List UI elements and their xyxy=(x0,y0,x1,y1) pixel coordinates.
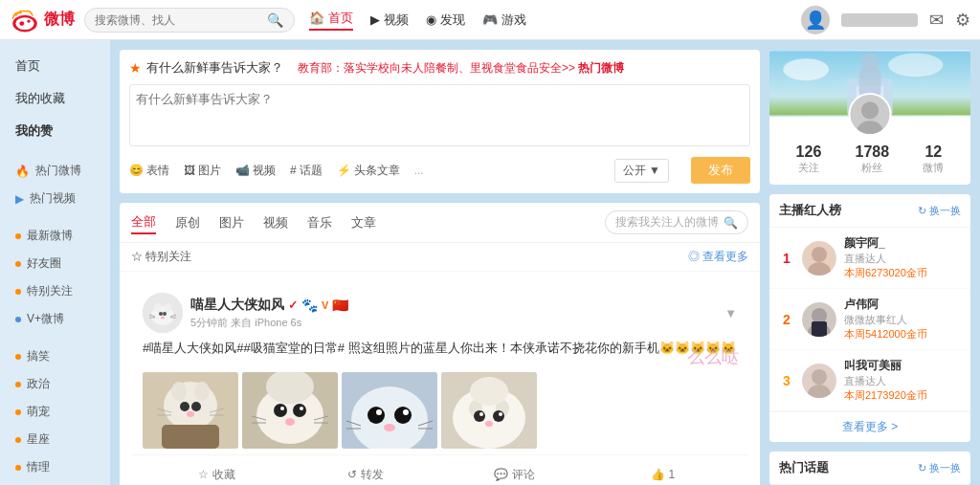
nav-link-home[interactable]: 🏠 首页 xyxy=(309,10,353,31)
sidebar-item-home[interactable]: 首页 xyxy=(0,50,110,82)
svg-point-32 xyxy=(300,407,303,410)
sidebar-item-pets[interactable]: 萌宠 xyxy=(0,398,110,426)
svg-point-45 xyxy=(384,424,395,431)
tab-original[interactable]: 原创 xyxy=(175,212,200,233)
post-action-comment[interactable]: 💬 评论 xyxy=(440,463,589,485)
hot-weibo-icon: 🔥 xyxy=(15,165,30,178)
sidebar-item-likes[interactable]: 我的赞 xyxy=(0,115,110,147)
topic-button[interactable]: # 话题 xyxy=(290,163,323,179)
svg-point-18 xyxy=(194,382,210,401)
stat-following[interactable]: 126 关注 xyxy=(796,143,822,175)
post-expand-icon[interactable]: ▼ xyxy=(724,306,737,320)
host-item-1[interactable]: 1 颜宇阿_ 直播达人 本周6273020金币 xyxy=(769,228,970,289)
profile-avatar[interactable] xyxy=(849,93,892,136)
feed-search-placeholder: 搜索我关注人的微博 xyxy=(615,214,719,231)
mail-icon[interactable]: ✉ xyxy=(929,10,944,31)
post-image-1[interactable] xyxy=(143,372,238,449)
host-info-3: 叫我可美丽 直播达人 本周2173920金币 xyxy=(844,358,961,403)
tab-images[interactable]: 图片 xyxy=(219,212,244,233)
sidebar-item-favorites[interactable]: 我的收藏 xyxy=(0,82,110,115)
post-action-favorite[interactable]: ☆ 收藏 xyxy=(143,463,291,485)
emoji-button[interactable]: 😊 表情 xyxy=(129,163,169,179)
user-avatar[interactable]: 👤 xyxy=(801,6,830,34)
post-textarea[interactable] xyxy=(129,84,750,146)
tab-video[interactable]: 视频 xyxy=(263,212,288,233)
see-more-link[interactable]: ◎ 查看更多 xyxy=(688,249,748,265)
settings-icon[interactable]: ⚙ xyxy=(955,10,970,31)
hot-topics-refresh[interactable]: ↻ 换一换 xyxy=(918,461,961,475)
tab-music[interactable]: 音乐 xyxy=(307,212,332,233)
svg-point-10 xyxy=(161,317,165,320)
image-button[interactable]: 🖼 图片 xyxy=(184,163,221,179)
vip-icon: V xyxy=(322,299,328,311)
host-info-1: 颜宇阿_ 直播达人 本周6273020金币 xyxy=(844,235,961,280)
stat-weibos[interactable]: 12 微博 xyxy=(923,143,944,175)
image-icon: 🖼 xyxy=(184,164,195,177)
stat-followers[interactable]: 1788 粉丝 xyxy=(856,143,890,175)
post-image-2[interactable] xyxy=(242,372,338,449)
post-action-repost[interactable]: ↺ 转发 xyxy=(291,463,439,485)
tab-all[interactable]: 全部 xyxy=(131,211,156,234)
hot-news-link[interactable]: 教育部：落实学校向未人陪餐制、里视食堂食品安全>> 热门微博 xyxy=(298,60,624,77)
post-box-header: ★ 有什么新鲜事告诉大家？ 教育部：落实学校向未人陪餐制、里视食堂食品安全>> … xyxy=(129,59,750,77)
privacy-selector[interactable]: 公开 ▼ xyxy=(614,159,669,183)
hot-topics-card: 热门话题 ↻ 换一换 xyxy=(769,452,970,485)
headline-button[interactable]: ⚡ 头条文章 xyxy=(337,163,400,179)
post-author-name[interactable]: 喵星人大侠如风 ✓ 🐾 V 🇨🇳 xyxy=(190,297,717,314)
post-content: #喵星人大侠如风##吸猫室堂的日常# 照这组照片的蓝星人你出来！本侠承诺不挠花你… xyxy=(131,339,748,366)
verified-icon: ✓ xyxy=(288,298,298,312)
discover-icon: ◉ xyxy=(426,12,436,27)
svg-point-9 xyxy=(163,312,167,316)
host-avatar-3 xyxy=(802,364,836,398)
sidebar-item-hot-weibo[interactable]: 🔥 热门微博 xyxy=(0,157,110,185)
sidebar-item-politics[interactable]: 政治 xyxy=(0,370,110,398)
more-button[interactable]: ... xyxy=(414,164,424,177)
dot-icon xyxy=(15,409,21,415)
host-name-1: 颜宇阿_ xyxy=(844,235,961,252)
post-image-3[interactable] xyxy=(342,372,437,449)
sidebar-item-constellation[interactable]: 星座 xyxy=(0,426,110,453)
content-area: ★ 有什么新鲜事告诉大家？ 教育部：落实学校向未人陪餐制、里视食堂食品安全>> … xyxy=(110,40,769,485)
video-button[interactable]: 📹 视频 xyxy=(235,163,276,179)
host-item-3[interactable]: 3 叫我可美丽 直播达人 本周2173920金币 xyxy=(769,350,970,411)
post-submit-button[interactable]: 发布 xyxy=(691,157,750,184)
host-title-1: 直播达人 xyxy=(844,252,961,266)
svg-point-71 xyxy=(812,247,827,262)
svg-point-2 xyxy=(19,21,24,26)
following-count: 126 xyxy=(796,143,822,161)
tab-article[interactable]: 文章 xyxy=(351,212,376,233)
dot-icon xyxy=(15,437,21,443)
feed-tabs-bar: 全部 原创 图片 视频 音乐 文章 搜索我关注人的微博 🔍 xyxy=(120,203,760,243)
feed-search[interactable]: 搜索我关注人的微博 🔍 xyxy=(605,210,748,234)
host-rank-1: 1 xyxy=(779,251,794,266)
see-more-hosts-button[interactable]: 查看更多 > xyxy=(769,411,970,442)
hot-video-icon: ▶ xyxy=(15,192,24,206)
sidebar-item-hot-video[interactable]: ▶ 热门视频 xyxy=(0,185,110,212)
post-author-avatar[interactable] xyxy=(143,293,183,333)
host-item-2[interactable]: 2 卢伟阿 微微故事红人 本周5412000金币 xyxy=(769,289,970,350)
host-name-2: 卢伟阿 xyxy=(844,297,961,313)
cat-image-svg-3 xyxy=(342,372,437,449)
nav-link-video[interactable]: ▶ 视频 xyxy=(370,11,409,29)
dot-icon xyxy=(15,465,21,471)
nav-link-games[interactable]: 🎮 游戏 xyxy=(482,11,526,29)
sidebar-item-friends[interactable]: 好友圈 xyxy=(0,250,110,277)
sidebar-expand-button[interactable]: 展开 ▼ xyxy=(0,481,110,485)
search-input[interactable] xyxy=(95,13,267,27)
sidebar-item-special-follow[interactable]: 特别关注 xyxy=(0,277,110,305)
sidebar-item-funny[interactable]: 搞笑 xyxy=(0,342,110,370)
logo[interactable]: 微博 xyxy=(10,7,75,33)
svg-point-7 xyxy=(164,303,171,313)
post-image-4[interactable] xyxy=(441,372,537,449)
post-action-like[interactable]: 👍 1 xyxy=(589,464,737,485)
host-coins-3: 本周2173920金币 xyxy=(844,388,961,403)
nav-link-discover[interactable]: ◉ 发现 xyxy=(426,11,465,29)
sidebar-item-emotion[interactable]: 情理 xyxy=(0,453,110,481)
sidebar-item-vplus[interactable]: V+微博 xyxy=(0,305,110,333)
followers-count: 1788 xyxy=(856,143,890,161)
svg-point-3 xyxy=(27,19,30,22)
sidebar-item-latest[interactable]: 最新微博 xyxy=(0,222,110,250)
search-bar[interactable]: 🔍 xyxy=(84,8,295,33)
host-ranking-refresh[interactable]: ↻ 换一换 xyxy=(918,204,961,218)
svg-point-57 xyxy=(499,412,502,416)
